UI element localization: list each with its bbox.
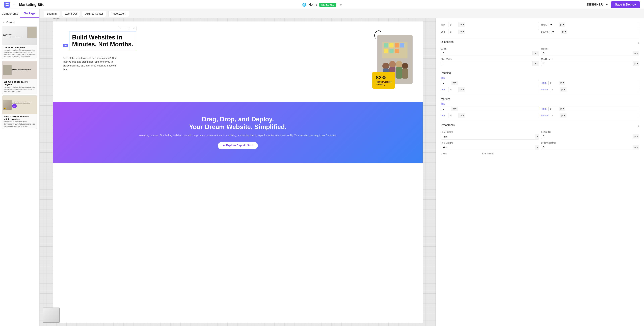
save-deploy-button[interactable]: Save & Deploy xyxy=(611,1,640,8)
move-down-icon[interactable]: ↓ xyxy=(119,27,122,30)
pad-top-unit-btn[interactable]: px ▾ xyxy=(451,81,458,85)
pad-right-input[interactable] xyxy=(548,80,559,85)
add-page-button[interactable]: + xyxy=(340,3,342,7)
tab-on-page[interactable]: On Page xyxy=(20,10,40,18)
font-size-input[interactable] xyxy=(541,134,632,139)
pad-bottom-input[interactable] xyxy=(550,87,560,92)
pad-top-input-wrap: px ▾ xyxy=(441,80,539,85)
right-panel-content: Top: px ▾ Right: px ▾ Left: px ▾ xyxy=(436,18,644,159)
right-unit-btn[interactable]: px ▾ xyxy=(559,23,565,27)
mar-bottom-input-wrap: px ▾ xyxy=(550,113,639,118)
font-family-dropdown-btn[interactable]: ▾ xyxy=(535,134,539,139)
hero-section: H2 ↓ ↑ ⧉ ✕ Build Websites in Minutes, No… xyxy=(53,22,422,102)
move-up-icon[interactable]: ↑ xyxy=(123,27,127,30)
mar-bottom-field: Bottom px ▾ xyxy=(541,113,640,118)
height-unit-btn[interactable]: px ▾ xyxy=(632,51,639,55)
hero-description: Tired of the complexities of web develop… xyxy=(63,56,117,71)
font-weight-dropdown-btn[interactable]: ▾ xyxy=(535,145,539,150)
width-unit-btn[interactable]: px ▾ xyxy=(532,51,539,55)
margin-section-label: Margin: xyxy=(441,98,639,101)
svg-rect-10 xyxy=(384,49,388,53)
letter-spacing-input[interactable] xyxy=(541,145,632,150)
stat-card: 82% High Conversions Everything xyxy=(372,72,395,89)
close-icon[interactable]: ✕ xyxy=(132,27,136,30)
header-page-name: Home xyxy=(308,3,317,7)
color-row: Color: Line Height: xyxy=(441,152,639,155)
mar-top-unit-btn[interactable]: px ▾ xyxy=(451,107,458,111)
list-item[interactable]: We make things easy for projects. No cod… xyxy=(2,61,38,94)
content-header: ← Content xyxy=(0,18,40,25)
font-weight-select[interactable]: Thin Normal Bold xyxy=(441,145,535,150)
min-height-unit-btn[interactable]: px ▾ xyxy=(632,61,639,66)
max-width-unit-btn[interactable]: px ▾ xyxy=(532,61,539,66)
mar-top-input[interactable] xyxy=(441,106,451,111)
font-size-unit-btn[interactable]: px ▾ xyxy=(632,134,639,139)
explore-button[interactable]: ✦ Explore Captain Saru xyxy=(218,142,258,149)
divider-3 xyxy=(441,95,639,95)
pad-left-input[interactable] xyxy=(448,87,458,92)
pad-bottom-unit-btn[interactable]: px ▾ xyxy=(560,87,566,92)
card-preview-3: 82% Build a perfect websites within minu… xyxy=(2,96,37,114)
zoom-in-button[interactable]: Zoom In xyxy=(44,11,60,17)
max-width-input[interactable] xyxy=(441,61,532,66)
letter-spacing-input-wrap: px ▾ xyxy=(541,145,640,150)
mar-left-input[interactable] xyxy=(448,113,458,118)
min-height-input-wrap: px ▾ xyxy=(541,61,640,66)
zoom-out-button[interactable]: Zoom Out xyxy=(62,11,80,17)
hero-heading: Build Websites in Minutes, Not Months. xyxy=(72,34,133,48)
mar-right-input[interactable] xyxy=(548,106,559,111)
svg-point-16 xyxy=(402,63,408,69)
mar-left-unit-btn[interactable]: px ▾ xyxy=(458,113,465,118)
font-size-label: Font Size: xyxy=(541,131,640,133)
hero-left: H2 ↓ ↑ ⧉ ✕ Build Websites in Minutes, No… xyxy=(63,32,369,71)
copy-icon[interactable]: ⧉ xyxy=(128,27,131,30)
font-size-field: Font Size: px ▾ xyxy=(541,131,640,140)
max-width-label: Max Width: xyxy=(441,58,539,60)
back-button[interactable]: ← xyxy=(13,3,16,7)
left-sidebar: ← Content Get work done,fast! No coding … xyxy=(0,18,40,326)
right-input[interactable] xyxy=(549,22,559,27)
back-arrow[interactable]: ← xyxy=(3,21,5,24)
width-input[interactable] xyxy=(441,51,532,56)
explore-button-label: Explore Captain Saru xyxy=(226,144,253,147)
list-item[interactable]: Get work done,fast! No coding required. … xyxy=(2,26,38,59)
svg-point-14 xyxy=(389,61,396,68)
pad-top-input[interactable] xyxy=(441,80,451,85)
bottom-unit-btn[interactable]: px ▾ xyxy=(561,30,567,34)
divider-4 xyxy=(441,121,639,121)
left-input[interactable] xyxy=(448,29,458,34)
hero-heading-block[interactable]: Build Websites in Minutes, Not Months. xyxy=(69,32,136,50)
dimension-label: Dimension xyxy=(441,41,454,44)
collapse-dimension-icon[interactable]: ∧ xyxy=(637,41,639,45)
bottom-input[interactable] xyxy=(551,29,561,34)
hero-right: 82% High Conversions Everything xyxy=(376,35,412,89)
list-item[interactable]: 82% Build a perfect websites within minu… xyxy=(2,95,38,129)
min-height-input[interactable] xyxy=(541,61,632,66)
svg-rect-6 xyxy=(384,43,388,48)
tab-components[interactable]: Components xyxy=(0,10,20,18)
mar-bottom-input[interactable] xyxy=(550,113,560,118)
top-input[interactable] xyxy=(448,22,458,27)
font-family-label: Font Family: xyxy=(441,131,539,133)
letter-spacing-label: Letter Spacing: xyxy=(541,142,640,144)
pad-left-unit-btn[interactable]: px ▾ xyxy=(458,87,465,92)
height-input[interactable] xyxy=(541,51,632,56)
card-body-1: Get work done, fast! No coding required.… xyxy=(2,45,37,59)
left-unit-btn[interactable]: px ▾ xyxy=(458,30,465,34)
letter-spacing-unit-btn[interactable]: px ▾ xyxy=(632,145,639,149)
svg-point-15 xyxy=(396,61,402,68)
logo[interactable] xyxy=(4,2,10,8)
reset-zoom-button[interactable]: Reset Zoom xyxy=(108,11,129,17)
font-family-select[interactable]: Arial xyxy=(441,134,535,139)
settings-icon[interactable]: ✦ xyxy=(606,3,608,7)
pad-right-unit-btn[interactable]: px ▾ xyxy=(559,81,565,85)
mar-bottom-unit-btn[interactable]: px ▾ xyxy=(560,113,566,118)
align-center-button[interactable]: Align to Center xyxy=(82,11,106,17)
mar-right-unit-btn[interactable]: px ▾ xyxy=(559,107,565,111)
mar-top-label: Top xyxy=(441,103,639,105)
pad-left-field: Left px ▾ xyxy=(441,87,539,92)
collapse-typography-icon[interactable]: ∧ xyxy=(637,124,639,128)
pad-left-label: Left xyxy=(441,88,447,91)
top-unit-btn[interactable]: px ▾ xyxy=(458,23,465,27)
font-size-input-wrap: px ▾ xyxy=(541,134,640,139)
